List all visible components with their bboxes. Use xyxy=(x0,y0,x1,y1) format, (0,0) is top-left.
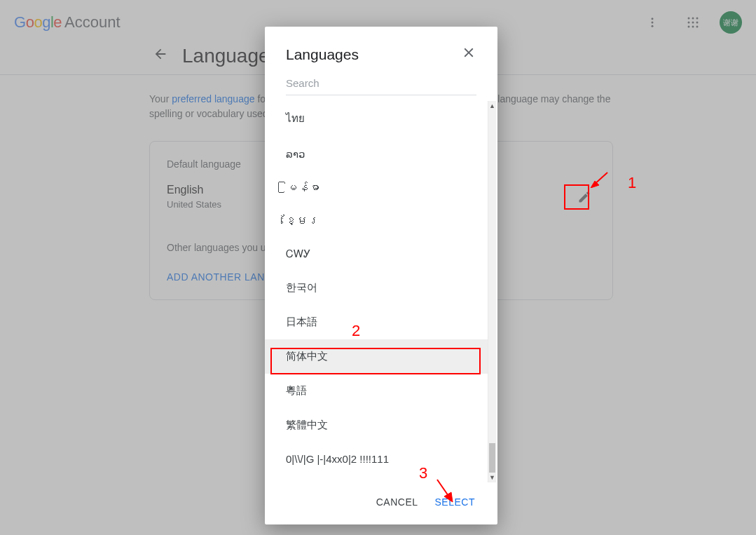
modal-footer: CANCEL SELECT xyxy=(265,484,497,524)
modal-title: Languages xyxy=(286,46,359,63)
language-option[interactable]: ᏟᎳᎩ xyxy=(265,237,488,271)
language-option[interactable]: မြန်မာ xyxy=(265,171,488,204)
language-option[interactable]: ខ្មែរ xyxy=(265,204,488,237)
language-list-area: ไทยລາວမြန်မာខ្មែរᏟᎳᎩ한국어日本語简体中文粵語繁體中文0|\\… xyxy=(265,100,497,484)
language-option[interactable]: 繁體中文 xyxy=(265,408,488,442)
language-option[interactable]: ไทย xyxy=(265,100,488,137)
modal-header: Languages xyxy=(265,27,497,72)
language-option[interactable]: 日本語 xyxy=(265,305,488,339)
language-option[interactable]: 简体中文 xyxy=(265,339,488,374)
search-input[interactable] xyxy=(286,72,476,95)
close-button[interactable] xyxy=(461,45,476,65)
language-option[interactable]: 0|\\/|G |-|4xx0|2 !!!!111 xyxy=(265,442,488,475)
select-button[interactable]: SELECT xyxy=(435,496,475,508)
language-option[interactable]: 한국어 xyxy=(265,271,488,305)
cancel-button[interactable]: CANCEL xyxy=(376,496,418,508)
scroll-up-icon[interactable]: ▲ xyxy=(488,101,496,111)
scrollbar[interactable]: ▲ ▼ xyxy=(488,101,496,482)
scroll-down-icon[interactable]: ▼ xyxy=(488,473,496,482)
search-wrap xyxy=(265,72,497,95)
close-icon xyxy=(461,45,476,60)
languages-modal: Languages ไทยລາວမြန်မာខ្មែរᏟᎳᎩ한국어日本語简体中文… xyxy=(265,27,497,524)
scrollbar-thumb[interactable] xyxy=(489,443,495,473)
language-list[interactable]: ไทยລາວမြန်မာខ្មែរᏟᎳᎩ한국어日本語简体中文粵語繁體中文0|\\… xyxy=(265,100,488,484)
language-option[interactable]: ລາວ xyxy=(265,137,488,171)
language-option[interactable]: 粵語 xyxy=(265,374,488,408)
